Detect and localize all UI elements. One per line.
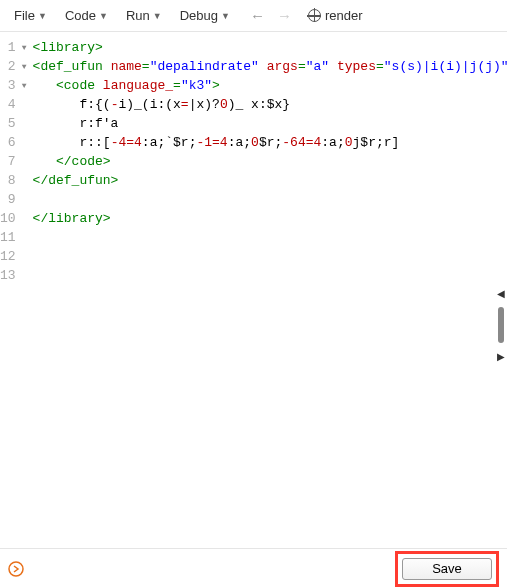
code-token: f:{( — [33, 97, 111, 112]
code-line[interactable]: <library> — [33, 38, 507, 57]
dropdown-arrow-icon: ▼ — [221, 11, 230, 21]
line-number: 13 — [0, 266, 27, 285]
line-number: 12 — [0, 247, 27, 266]
code-token: <def_ufun — [33, 59, 103, 74]
fold-icon[interactable]: ▼ — [19, 38, 27, 57]
code-editor[interactable]: 1▼2▼3▼45678910111213 <library><def_ufun … — [0, 32, 507, 548]
line-number: 7 — [0, 152, 27, 171]
editor: 1▼2▼3▼45678910111213 <library><def_ufun … — [0, 32, 507, 548]
line-number: 6 — [0, 133, 27, 152]
code-line[interactable] — [33, 228, 507, 247]
code-content[interactable]: <library><def_ufun name="depalindrate" a… — [33, 38, 507, 548]
fold-icon[interactable]: ▼ — [19, 76, 27, 95]
code-token: -4=4 — [111, 135, 142, 150]
code-token: language_ — [103, 78, 173, 93]
code-token: $r; — [259, 135, 282, 150]
line-number: 2▼ — [0, 57, 27, 76]
code-line[interactable]: <code language_="k3"> — [33, 76, 507, 95]
menu-run[interactable]: Run ▼ — [120, 6, 168, 25]
code-token: :a;`$r; — [142, 135, 197, 150]
code-token: = — [181, 97, 189, 112]
menu-run-label: Run — [126, 8, 150, 23]
code-token: </def_ufun> — [33, 173, 119, 188]
line-number: 10 — [0, 209, 27, 228]
code-token: )_ x:$x} — [228, 97, 290, 112]
code-token: = — [142, 59, 150, 74]
code-line[interactable]: r:f'a — [33, 114, 507, 133]
code-token: = — [173, 78, 181, 93]
scrollbar-thumb[interactable] — [498, 307, 504, 343]
nav-back-button[interactable]: ← — [248, 7, 267, 24]
code-line[interactable] — [33, 190, 507, 209]
render-label: render — [325, 8, 363, 23]
side-controls: ◀ ▶ — [493, 76, 507, 508]
code-line[interactable]: r::[-4=4:a;`$r;-1=4:a;0$r;-64=4:a;0j$r;r… — [33, 133, 507, 152]
code-token: -64=4 — [282, 135, 321, 150]
code-token: name — [111, 59, 142, 74]
code-token: :a; — [321, 135, 344, 150]
fold-icon[interactable]: ▼ — [19, 57, 27, 76]
code-line[interactable]: </def_ufun> — [33, 171, 507, 190]
menu-debug-label: Debug — [180, 8, 218, 23]
footer: Save — [0, 548, 507, 588]
code-token: </code> — [56, 154, 111, 169]
toolbar: File ▼ Code ▼ Run ▼ Debug ▼ ← → render — [0, 0, 507, 32]
code-token: |x)? — [189, 97, 220, 112]
line-number: 9 — [0, 190, 27, 209]
dropdown-arrow-icon: ▼ — [99, 11, 108, 21]
code-token: = — [298, 59, 306, 74]
code-token — [259, 59, 267, 74]
code-token — [103, 59, 111, 74]
code-token: "s(s)|i(i)|j(j)" — [384, 59, 507, 74]
code-line[interactable]: </code> — [33, 152, 507, 171]
splitter-left-icon[interactable]: ◀ — [497, 286, 505, 301]
save-highlight: Save — [395, 551, 499, 587]
code-token: :a; — [228, 135, 251, 150]
code-line[interactable]: </library> — [33, 209, 507, 228]
code-line[interactable] — [33, 266, 507, 285]
code-token: <code — [56, 78, 95, 93]
code-token: <library> — [33, 40, 103, 55]
console-toggle-button[interactable] — [8, 561, 24, 577]
menu-code-label: Code — [65, 8, 96, 23]
code-token: -1=4 — [196, 135, 227, 150]
code-token: i)_(i:(x — [118, 97, 180, 112]
line-number: 5 — [0, 114, 27, 133]
code-token: args — [267, 59, 298, 74]
code-token: types — [337, 59, 376, 74]
code-token — [95, 78, 103, 93]
line-number-gutter: 1▼2▼3▼45678910111213 — [0, 38, 33, 548]
code-token — [33, 78, 56, 93]
splitter-right-icon[interactable]: ▶ — [497, 349, 505, 364]
line-number: 4 — [0, 95, 27, 114]
console-icon — [8, 561, 24, 577]
code-token — [33, 154, 56, 169]
line-number: 11 — [0, 228, 27, 247]
code-token: "depalindrate" — [150, 59, 259, 74]
code-line[interactable] — [33, 247, 507, 266]
code-token: = — [376, 59, 384, 74]
nav-forward-button[interactable]: → — [275, 7, 294, 24]
code-token: r:f'a — [33, 116, 119, 131]
code-line[interactable]: f:{(-i)_(i:(x=|x)?0)_ x:$x} — [33, 95, 507, 114]
line-number: 8 — [0, 171, 27, 190]
code-token: 0 — [251, 135, 259, 150]
code-token: r::[ — [33, 135, 111, 150]
code-token: </library> — [33, 211, 111, 226]
render-button[interactable]: render — [308, 8, 363, 23]
code-line[interactable]: <def_ufun name="depalindrate" args="a" t… — [33, 57, 507, 76]
code-token — [329, 59, 337, 74]
save-button[interactable]: Save — [402, 558, 492, 580]
code-token: 0 — [345, 135, 353, 150]
code-token: > — [212, 78, 220, 93]
dropdown-arrow-icon: ▼ — [153, 11, 162, 21]
line-number: 3▼ — [0, 76, 27, 95]
code-token: j$r;r] — [353, 135, 400, 150]
dropdown-arrow-icon: ▼ — [38, 11, 47, 21]
menu-debug[interactable]: Debug ▼ — [174, 6, 236, 25]
svg-point-0 — [9, 562, 23, 576]
menu-file[interactable]: File ▼ — [8, 6, 53, 25]
code-token: 0 — [220, 97, 228, 112]
menu-file-label: File — [14, 8, 35, 23]
menu-code[interactable]: Code ▼ — [59, 6, 114, 25]
